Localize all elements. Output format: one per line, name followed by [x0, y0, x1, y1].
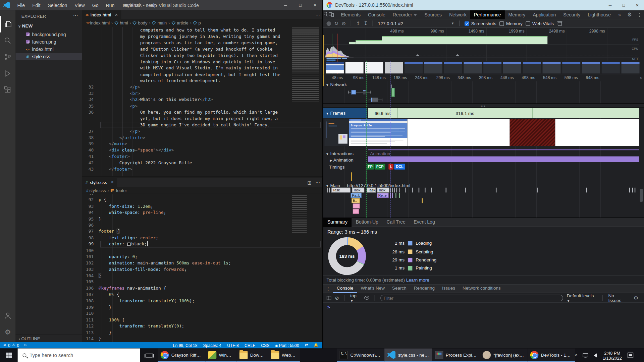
code-line[interactable]: 102animation: main-animation 500ms ease-… [82, 260, 322, 266]
settings-gear-icon[interactable]: ⚙ [0, 324, 16, 340]
reload-and-record-icon[interactable]: ↻ [334, 20, 338, 26]
taskbar-item-vscode[interactable]: style.css - new -... [384, 349, 432, 362]
code-line[interactable]: 110 [82, 310, 322, 317]
source-control-icon[interactable] [0, 49, 16, 65]
code-line[interactable]: 96 [82, 222, 322, 228]
devtools-settings-gear-icon[interactable]: ⚙ [625, 11, 634, 17]
filmstrip-thumbnail[interactable] [424, 62, 442, 73]
filmstrip-thumbnail[interactable] [345, 62, 364, 73]
breadcrumb[interactable]: # style.css› footer [82, 187, 322, 194]
drawer-tab-rendering[interactable]: Rendering [410, 284, 438, 293]
timing-dcl-badge[interactable]: DCL [394, 164, 405, 170]
maximize-button[interactable]: □ [293, 0, 308, 10]
close-button[interactable]: ✕ [631, 0, 644, 10]
menu-go[interactable]: Go [89, 3, 102, 8]
code-line[interactable]: 101opacity: 0; [82, 254, 322, 260]
code-line[interactable]: 94white-space: pre-line; [82, 209, 322, 216]
menu-view[interactable]: View [71, 3, 88, 8]
feedback-icon[interactable]: ☺ [23, 343, 27, 347]
code-line[interactable]: 33<br> [82, 90, 322, 97]
hidden-icons-chevron[interactable]: ^ [575, 353, 577, 358]
code-line[interactable]: 98text-align: center; [82, 235, 322, 241]
explorer-more-icon[interactable]: ⋯ [73, 13, 78, 18]
filmstrip-thumbnail[interactable] [622, 62, 640, 73]
clear-console-icon[interactable]: ⊘ [335, 295, 339, 301]
memory-checkbox[interactable]: Memory [499, 21, 522, 26]
filmstrip-thumbnail[interactable] [602, 62, 620, 73]
filmstrip-thumbnail[interactable] [562, 62, 580, 73]
panel-resize-handle[interactable]: ••• [323, 104, 644, 108]
flame-block[interactable] [353, 209, 359, 214]
filmstrip-thumbnail[interactable] [365, 62, 383, 73]
minimize-button[interactable]: ─ [278, 0, 293, 10]
explorer-icon[interactable] [0, 16, 16, 33]
delete-recording-icon[interactable] [558, 21, 562, 25]
flame-block[interactable]: Task [331, 188, 350, 193]
menu-help[interactable]: Help [144, 3, 161, 8]
flame-scrollbar[interactable] [640, 189, 643, 202]
status-live-server-port[interactable]: ◉ Port : 5500 [275, 343, 299, 347]
file-index-html[interactable]: <> index.html [16, 46, 82, 53]
profile-select[interactable]: 127.0.0.1 #2 [378, 21, 448, 26]
code-line[interactable]: 103animation-fill-mode: forwards; [82, 266, 322, 273]
web-vitals-checkbox[interactable]: Web Vitals [526, 21, 553, 26]
minimize-button[interactable]: ─ [603, 0, 617, 10]
live-expression-eye-icon[interactable] [364, 296, 369, 300]
file-background-png[interactable]: background.png [16, 31, 82, 38]
taskbar-item-winscp[interactable]: WinSCP [205, 349, 236, 362]
code-line[interactable]: 37</p> [82, 128, 322, 134]
code-line[interactable]: 109} [82, 304, 322, 310]
code-line[interactable]: 91 [82, 194, 322, 197]
code-line[interactable]: 105 [82, 279, 322, 285]
profile-select-arrow-icon[interactable]: ▼ [451, 21, 454, 25]
code-line[interactable]: 112transform: translateY(0); [82, 323, 322, 329]
code-line[interactable]: 99color: black; [82, 241, 322, 247]
save-profile-icon[interactable]: ↧ [364, 20, 368, 26]
close-tab-icon[interactable]: ✕ [115, 13, 118, 17]
drawer-tab-search[interactable]: Search [388, 284, 410, 293]
filmstrip-thumbnail[interactable] [543, 62, 561, 73]
timing-fcp-badge[interactable]: FCP [375, 164, 385, 170]
screenshots-checkbox[interactable]: Screenshots [465, 21, 496, 26]
breadcrumb[interactable]: <> index.html› html› body› main› article… [82, 19, 322, 26]
code-line[interactable]: 3D game engine I've decided to call Noth… [82, 122, 322, 128]
flame-block[interactable]: Task [352, 188, 364, 193]
code-line[interactable]: 114} [82, 336, 322, 342]
code-line[interactable]: and "Button Clicker" (a very bad knockof… [82, 46, 322, 52]
code-line[interactable]: 95} [82, 216, 322, 222]
code-line[interactable]: with MSVC and Visual Studio. I'm mainly … [82, 65, 322, 71]
more-tabs-icon[interactable]: » [614, 10, 625, 19]
tab-application[interactable]: Application [529, 10, 559, 19]
code-line[interactable]: compiled application development, but I … [82, 71, 322, 78]
volume-icon[interactable] [594, 353, 597, 357]
tab-network[interactable]: Network [445, 10, 470, 19]
taskbar-item-chrome-devtools[interactable]: DevTools - 127... [527, 349, 575, 362]
filmstrip-thumbnail[interactable] [326, 62, 344, 73]
frame-duration[interactable]: 66.6 ms [368, 108, 397, 118]
tab-index-html[interactable]: <> index.html ✕ [82, 10, 121, 19]
context-selector[interactable]: top ▼ [350, 293, 361, 303]
flame-chart[interactable]: TaskTaskTaskTaskPa..LRe..eE.. [323, 188, 639, 218]
tab-console[interactable]: Console [364, 10, 389, 19]
warnings-icon[interactable]: ⚠ [12, 343, 15, 347]
tab-recorder[interactable]: Recorder [389, 10, 421, 19]
code-line[interactable]: 32</p> [82, 84, 322, 90]
code-line[interactable]: computers and how to tell them what to d… [82, 27, 322, 34]
menu-terminal[interactable]: Terminal [118, 3, 143, 8]
menu-run[interactable]: Run [102, 3, 118, 8]
file-style-css[interactable]: # style.css [16, 53, 82, 60]
flame-block[interactable]: Pa..L [351, 193, 362, 198]
menu-file[interactable]: File [13, 3, 29, 8]
filmstrip-thumbnail[interactable] [405, 62, 423, 73]
network-request-bar[interactable] [371, 98, 378, 102]
menu-edit[interactable]: Edit [29, 3, 44, 8]
network-request-bar[interactable] [391, 88, 395, 97]
screenshot-filmstrip[interactable] [326, 62, 640, 73]
code-line[interactable]: Clicker with only two buyable things). I… [82, 52, 322, 59]
code-line[interactable]: 1070% { [82, 292, 322, 298]
menu-selection[interactable]: Selection [44, 3, 71, 8]
tab-lighthouse[interactable]: Lighthouse [584, 10, 614, 19]
network-request-bar[interactable] [351, 90, 356, 94]
notifications-bell-icon[interactable]: 🔔 [314, 343, 318, 347]
frame-blank[interactable] [555, 119, 639, 146]
